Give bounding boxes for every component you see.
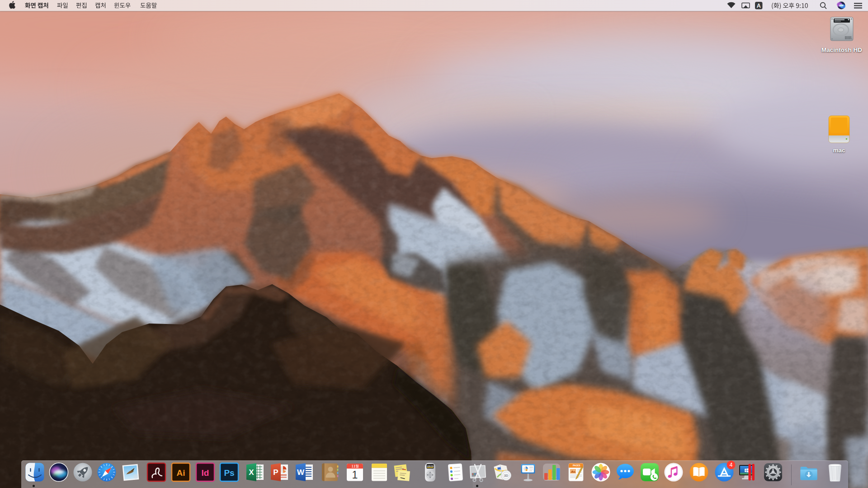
svg-text:W: W — [297, 468, 305, 477]
svg-text:4: 4 — [730, 462, 733, 468]
svg-text:A: A — [757, 3, 761, 9]
svg-text:PAGES: PAGES — [573, 465, 580, 467]
svg-text:X: X — [249, 468, 254, 477]
svg-text:1: 1 — [352, 469, 358, 481]
svg-text:3D: 3D — [504, 474, 509, 478]
svg-text:Id: Id — [202, 468, 209, 478]
svg-text:P: P — [273, 468, 278, 477]
svg-text:Ps: Ps — [224, 468, 234, 478]
svg-text:Ai: Ai — [177, 468, 185, 478]
svg-text:DVD: DVD — [427, 465, 434, 468]
